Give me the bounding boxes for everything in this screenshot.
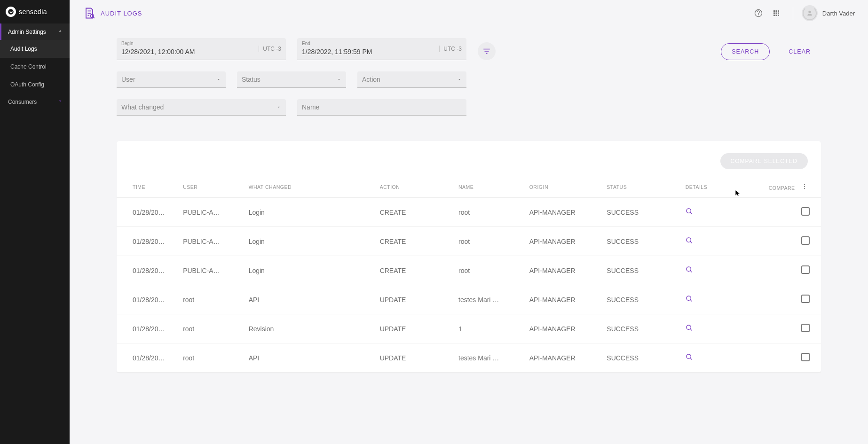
what-changed-filter[interactable]: What changed: [117, 99, 286, 116]
table-row[interactable]: 01/28/20…PUBLIC-A…LoginCREATErootAPI-MAN…: [117, 227, 821, 256]
field-label: Begin: [121, 41, 281, 47]
audit-log-table: TIME USER WHAT CHANGED ACTION NAME ORIGI…: [117, 177, 821, 373]
filter-toggle-button[interactable]: [478, 42, 496, 60]
col-action[interactable]: ACTION: [375, 177, 454, 198]
cell-user: root: [178, 314, 244, 343]
begin-date-field[interactable]: Begin 12/28/2021, 12:00:00 AM UTC -3: [117, 38, 286, 60]
sidebar-item-oauth-config[interactable]: OAuth Config: [0, 76, 70, 93]
avatar[interactable]: [802, 5, 818, 21]
chevron-down-icon: [57, 98, 63, 105]
cell-time: 01/28/20…: [117, 227, 178, 256]
search-icon[interactable]: [686, 266, 693, 273]
user-filter[interactable]: User: [117, 71, 226, 88]
cell-user: root: [178, 343, 244, 373]
cell-user: PUBLIC-A…: [178, 256, 244, 285]
help-icon[interactable]: [750, 5, 766, 21]
field-label: End: [302, 41, 462, 47]
status-filter[interactable]: Status: [237, 71, 346, 88]
chevron-up-icon: [57, 28, 63, 35]
dropdown-icon: [216, 75, 221, 84]
compare-checkbox[interactable]: [801, 207, 810, 216]
cell-action: CREATE: [375, 227, 454, 256]
compare-checkbox[interactable]: [801, 265, 810, 274]
clear-button[interactable]: CLEAR: [778, 43, 821, 60]
cell-name: 1: [454, 314, 525, 343]
results-card: COMPARE SELECTED TIME USER WHAT CHANGED …: [117, 141, 821, 373]
col-time[interactable]: TIME: [117, 177, 178, 198]
compare-checkbox[interactable]: [801, 353, 810, 361]
name-filter[interactable]: Name: [297, 99, 466, 116]
cell-name: testes Mari …: [454, 285, 525, 314]
field-placeholder: Action: [362, 74, 462, 85]
compare-checkbox[interactable]: [801, 295, 810, 303]
cell-time: 01/28/20…: [117, 198, 178, 227]
cell-compare: [759, 227, 821, 256]
page-title: AUDIT LOGS: [101, 10, 142, 17]
cell-details: [681, 314, 759, 343]
cell-what: Login: [244, 227, 375, 256]
field-placeholder: What changed: [121, 102, 281, 112]
cell-user: root: [178, 285, 244, 314]
compare-checkbox[interactable]: [801, 236, 810, 245]
search-icon[interactable]: [686, 237, 693, 244]
search-icon[interactable]: [686, 353, 693, 361]
nav-group-consumers[interactable]: Consumers: [0, 93, 70, 110]
col-name[interactable]: NAME: [454, 177, 525, 198]
cell-what: API: [244, 343, 375, 373]
search-icon[interactable]: [686, 324, 693, 332]
field-value: 12/28/2021, 12:00:00 AM: [121, 47, 281, 57]
cell-compare: [759, 198, 821, 227]
compare-checkbox[interactable]: [801, 324, 810, 332]
cell-origin: API-MANAGER: [525, 256, 602, 285]
sidebar-item-cache-control[interactable]: Cache Control: [0, 58, 70, 76]
search-icon[interactable]: [686, 295, 693, 303]
cell-user: PUBLIC-A…: [178, 198, 244, 227]
search-icon[interactable]: [686, 208, 693, 215]
end-date-field[interactable]: End 1/28/2022, 11:59:59 PM UTC -3: [297, 38, 466, 60]
table-row[interactable]: 01/28/20…PUBLIC-A…LoginCREATErootAPI-MAN…: [117, 256, 821, 285]
cell-time: 01/28/20…: [117, 256, 178, 285]
cell-origin: API-MANAGER: [525, 343, 602, 373]
col-details: DETAILS: [681, 177, 759, 198]
col-what[interactable]: WHAT CHANGED: [244, 177, 375, 198]
compare-selected-button[interactable]: COMPARE SELECTED: [720, 153, 808, 169]
cell-action: UPDATE: [375, 314, 454, 343]
field-placeholder: Name: [302, 102, 462, 112]
cell-name: root: [454, 227, 525, 256]
brand-logo[interactable]: sensedia: [0, 0, 70, 23]
cell-status: SUCCESS: [602, 343, 680, 373]
cell-compare: [759, 314, 821, 343]
cell-action: UPDATE: [375, 343, 454, 373]
table-row[interactable]: 01/28/20…rootAPIUPDATEtestes Mari …API-M…: [117, 343, 821, 373]
col-status[interactable]: STATUS: [602, 177, 680, 198]
divider: [793, 7, 793, 20]
dropdown-icon: [457, 75, 462, 84]
table-row[interactable]: 01/28/20…PUBLIC-A…LoginCREATErootAPI-MAN…: [117, 198, 821, 227]
cell-details: [681, 285, 759, 314]
cell-time: 01/28/20…: [117, 314, 178, 343]
field-placeholder: User: [121, 74, 221, 85]
col-user[interactable]: USER: [178, 177, 244, 198]
table-row[interactable]: 01/28/20…rootAPIUPDATEtestes Mari …API-M…: [117, 285, 821, 314]
cell-compare: [759, 343, 821, 373]
cell-status: SUCCESS: [602, 198, 680, 227]
svg-point-0: [90, 14, 94, 17]
sidebar-item-audit-logs[interactable]: Audit Logs: [0, 40, 70, 58]
field-value: 1/28/2022, 11:59:59 PM: [302, 47, 462, 57]
cell-details: [681, 256, 759, 285]
more-vert-icon[interactable]: [801, 183, 808, 190]
cell-origin: API-MANAGER: [525, 198, 602, 227]
topbar: AUDIT LOGS Darth Vader: [70, 0, 868, 26]
cell-details: [681, 343, 759, 373]
search-button[interactable]: SEARCH: [721, 43, 770, 60]
cell-action: UPDATE: [375, 285, 454, 314]
cell-compare: [759, 256, 821, 285]
col-origin[interactable]: ORIGIN: [525, 177, 602, 198]
cell-what: Login: [244, 256, 375, 285]
nav-group-admin-settings[interactable]: Admin Settings: [0, 23, 70, 40]
cell-action: CREATE: [375, 256, 454, 285]
table-row[interactable]: 01/28/20…rootRevisionUPDATE1API-MANAGERS…: [117, 314, 821, 343]
action-filter[interactable]: Action: [357, 71, 466, 88]
cell-origin: API-MANAGER: [525, 314, 602, 343]
apps-grid-icon[interactable]: [768, 5, 784, 21]
